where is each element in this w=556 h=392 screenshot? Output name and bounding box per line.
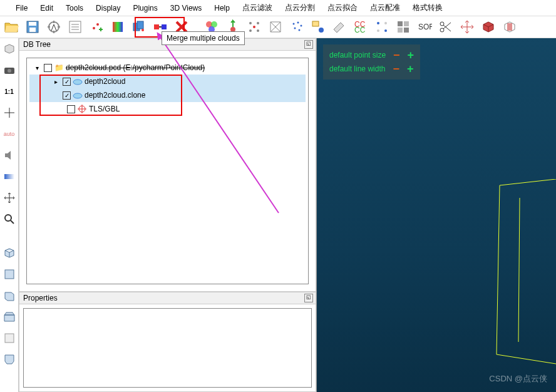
svg-rect-40: [398, 28, 403, 33]
tree-row[interactable]: ✓ depth2cloud.clone: [29, 88, 306, 102]
zoom-icon[interactable]: [2, 212, 17, 227]
overlay-line-width: default line width: [329, 62, 385, 76]
svg-point-29: [299, 29, 301, 31]
properties-body: [19, 304, 316, 392]
svg-text:CC: CC: [354, 26, 366, 34]
checkbox-icon[interactable]: [44, 64, 52, 72]
menu-3dviews[interactable]: 3D Views: [164, 1, 208, 15]
checkbox-icon[interactable]: ✓: [63, 91, 71, 100]
menu-edit[interactable]: Edit: [34, 1, 59, 15]
octree-icon[interactable]: [244, 17, 264, 37]
iso-icon[interactable]: [2, 245, 17, 260]
svg-point-26: [297, 22, 299, 24]
svg-rect-52: [5, 334, 14, 343]
svg-point-25: [293, 23, 295, 25]
svg-point-8: [93, 27, 95, 29]
svg-point-53: [73, 80, 82, 85]
svg-point-54: [73, 93, 82, 98]
svg-point-13: [142, 29, 144, 31]
cc-icon[interactable]: CCCC: [351, 17, 371, 37]
svg-rect-12: [137, 21, 143, 29]
tree-row-root[interactable]: ▾ 📁 depth2cloud.pcd (E:/pycharm/PointClo…: [29, 61, 306, 75]
scissors-icon[interactable]: [436, 17, 456, 37]
auto-icon[interactable]: auto: [2, 126, 17, 142]
side-icon[interactable]: [2, 288, 17, 303]
menu-register[interactable]: 点云配准: [364, 0, 406, 16]
menu-filter[interactable]: 点云滤波: [236, 0, 279, 16]
svg-rect-15: [162, 24, 167, 29]
pick-icon[interactable]: [44, 17, 64, 37]
plus-icon[interactable]: +: [408, 48, 414, 62]
cloud-icon: [73, 76, 83, 86]
db-tree: ▾ 📁 depth2cloud.pcd (E:/pycharm/PointClo…: [19, 51, 316, 292]
front-icon[interactable]: [2, 267, 17, 282]
tree-label: depth2cloud.clone: [85, 91, 145, 100]
mid-panel: DB Tree ◱ ▾ 📁 depth2cloud.pcd (E:/pychar…: [19, 38, 317, 392]
move-icon[interactable]: [2, 190, 17, 205]
back-icon[interactable]: [2, 331, 17, 346]
svg-rect-10: [113, 22, 123, 32]
sample-icon[interactable]: [287, 17, 307, 37]
ratio-icon[interactable]: 1:1: [2, 84, 17, 99]
svg-point-23: [257, 29, 259, 32]
svg-point-21: [257, 22, 259, 24]
svg-point-27: [301, 25, 302, 27]
checkbox-icon[interactable]: [67, 105, 75, 113]
watermark: CSDN @点云侠: [489, 373, 547, 384]
save-icon[interactable]: [23, 17, 43, 37]
plane-icon[interactable]: [329, 17, 349, 37]
translate-icon[interactable]: [457, 17, 477, 37]
bottom-icon[interactable]: [2, 352, 17, 367]
svg-rect-38: [398, 21, 403, 26]
grid-icon[interactable]: [393, 17, 413, 37]
tree-root-label: depth2cloud.pcd (E:/pycharm/PointCloud): [66, 63, 205, 72]
minus-icon[interactable]: −: [393, 48, 400, 62]
checkbox-icon[interactable]: ✓: [63, 78, 71, 86]
tree-row[interactable]: ▸ ✓ depth2cloud: [29, 75, 306, 88]
svg-rect-45: [507, 23, 512, 31]
gradient-icon[interactable]: [2, 169, 17, 184]
speaker-icon[interactable]: [2, 148, 17, 163]
open-icon[interactable]: [1, 17, 21, 37]
subsample-icon[interactable]: [372, 17, 392, 37]
file-icon: 📁: [54, 63, 64, 73]
plus-icon[interactable]: +: [407, 62, 414, 76]
point-add-icon[interactable]: [86, 17, 106, 37]
menu-tools[interactable]: Tools: [59, 1, 90, 15]
dock-icon[interactable]: ◱: [304, 294, 313, 302]
dock-icon[interactable]: ◱: [304, 40, 313, 49]
cube-rainbow-icon[interactable]: [108, 17, 128, 37]
3d-viewport[interactable]: default point size − + default line widt…: [317, 38, 556, 392]
viewport-overlay: default point size − + default line widt…: [323, 44, 420, 80]
svg-point-22: [249, 29, 252, 32]
menubar: File Edit Tools Display Plugins 3D Views…: [0, 0, 556, 16]
menu-convert[interactable]: 格式转换: [406, 0, 449, 16]
clone-icon[interactable]: [129, 17, 149, 37]
menu-display[interactable]: Display: [90, 1, 126, 15]
menu-help[interactable]: Help: [208, 1, 236, 15]
minus-icon[interactable]: −: [393, 62, 399, 76]
sor-icon[interactable]: SOR: [414, 17, 435, 37]
svg-point-31: [319, 28, 324, 33]
overlay-point-size: default point size: [329, 48, 386, 62]
tree-row[interactable]: TLS/GBL: [29, 102, 306, 116]
svg-point-20: [249, 22, 252, 24]
mesh-icon[interactable]: [265, 17, 286, 37]
top-icon[interactable]: [2, 309, 17, 324]
svg-point-9: [96, 23, 99, 26]
menu-plugins[interactable]: Plugins: [126, 1, 163, 15]
camera-icon[interactable]: [2, 63, 17, 78]
svg-rect-14: [154, 24, 159, 29]
label-icon[interactable]: [308, 17, 328, 37]
target-icon: [77, 104, 87, 114]
tree-label: TLS/GBL: [89, 105, 120, 113]
menu-fit[interactable]: 点云拟合: [321, 0, 364, 16]
cube-icon[interactable]: [478, 17, 498, 37]
main-toolbar: CCCC SOR Merge multiple clouds: [0, 16, 556, 38]
section-icon[interactable]: [500, 17, 520, 37]
list-icon[interactable]: [65, 17, 85, 37]
cross-icon[interactable]: [2, 105, 17, 120]
menu-segment[interactable]: 点云分割: [279, 0, 321, 16]
menu-file[interactable]: File: [9, 1, 34, 15]
view-cube-icon[interactable]: [2, 41, 17, 56]
